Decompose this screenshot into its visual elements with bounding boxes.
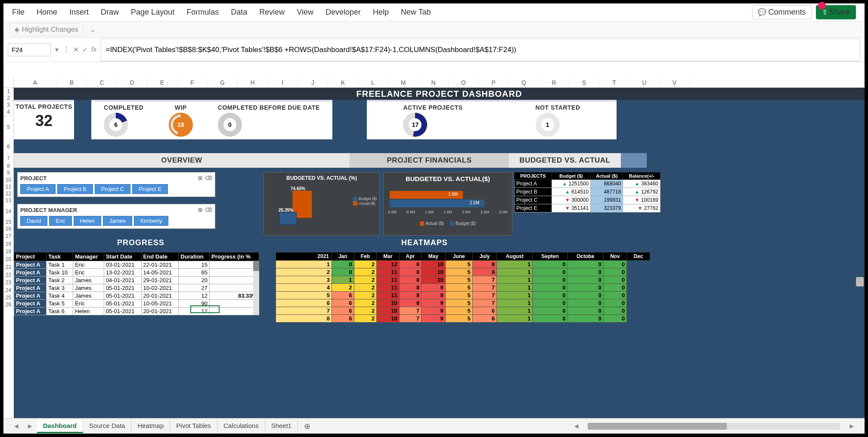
slicer-item[interactable]: Project A xyxy=(20,184,56,194)
slicer-item[interactable]: David xyxy=(20,216,47,226)
col-header[interactable]: N xyxy=(418,77,449,87)
row-header[interactable]: 23 xyxy=(3,279,14,286)
row-header[interactable]: 24 xyxy=(3,286,14,294)
slicer-item[interactable]: Project B xyxy=(57,184,93,194)
row-header[interactable]: 10 xyxy=(3,176,14,183)
row-header[interactable]: 20 xyxy=(3,255,14,263)
col-header[interactable]: L xyxy=(358,77,388,87)
dropdown-icon[interactable]: ⌄ xyxy=(90,25,96,34)
col-header[interactable]: G xyxy=(208,77,238,87)
scroll-right-icon[interactable]: ► xyxy=(845,422,859,430)
slicer-item[interactable]: Kimberly xyxy=(134,216,169,226)
col-header[interactable]: J xyxy=(298,77,328,87)
name-box-dropdown-icon[interactable]: ▾ xyxy=(55,46,59,54)
row-header[interactable]: 21 xyxy=(3,263,14,271)
col-header[interactable]: H xyxy=(238,77,268,87)
tab-data[interactable]: Data xyxy=(231,8,247,17)
tab-home[interactable]: Home xyxy=(37,8,57,17)
col-header[interactable]: I xyxy=(268,77,298,87)
tab-draw[interactable]: Draw xyxy=(101,8,119,17)
slicer-item[interactable]: James xyxy=(103,216,132,226)
sheet-tab[interactable]: Sheet1 xyxy=(265,419,298,433)
tab-help[interactable]: Help xyxy=(373,8,389,17)
nav-prev-icon[interactable]: ◄ xyxy=(9,422,23,430)
col-header[interactable]: P xyxy=(479,77,509,87)
chart-budget-pct[interactable]: BUDGETED VS. ACTUAL (%) 74.65% 25.35% Bu… xyxy=(264,172,380,236)
row-header[interactable]: 8 xyxy=(3,163,14,169)
col-header[interactable]: E xyxy=(147,77,177,87)
horizontal-scrollbar[interactable] xyxy=(588,423,841,430)
row-header[interactable]: 22 xyxy=(3,271,14,279)
sheet-tab[interactable]: Source Data xyxy=(83,419,131,433)
multiselect-icon[interactable]: ⊞ xyxy=(198,175,202,182)
tab-review[interactable]: Review xyxy=(259,8,285,17)
row-header[interactable]: 15 xyxy=(3,218,14,225)
row-header[interactable]: 16 xyxy=(3,225,14,232)
tab-formulas[interactable]: Formulas xyxy=(186,8,219,17)
tab-budgeted[interactable]: BUDGETED VS. ACTUAL xyxy=(509,153,621,168)
col-header[interactable]: O xyxy=(449,77,479,87)
formula-accept-icon[interactable]: ✓ xyxy=(82,46,88,54)
tab-page-layout[interactable]: Page Layout xyxy=(131,8,174,17)
add-sheet-button[interactable]: ⊕ xyxy=(298,422,316,431)
highlight-changes-button[interactable]: ◈ Highlight Changes xyxy=(9,23,83,36)
row-header[interactable]: 19 xyxy=(3,248,14,255)
row-header[interactable]: 4 xyxy=(3,108,14,115)
chart-budget-dollar[interactable]: BUDGETED VS. ACTUAL($) 1.9M 2.5M 0.0M0.5… xyxy=(383,172,512,236)
formula-input[interactable] xyxy=(101,39,860,61)
comments-button[interactable]: 💬 Comments xyxy=(752,5,811,19)
col-header[interactable]: V xyxy=(660,77,690,87)
col-header[interactable]: S xyxy=(569,77,599,87)
col-header[interactable]: F xyxy=(177,77,208,87)
col-header[interactable]: M xyxy=(388,77,418,87)
row-header[interactable]: 13 xyxy=(3,197,14,204)
slicer-project[interactable]: PROJECT ⊞⌫ Project AProject BProject CPr… xyxy=(17,172,215,197)
row-header[interactable]: 14 xyxy=(3,204,14,218)
row-header[interactable]: 18 xyxy=(3,240,14,248)
row-header[interactable]: 9 xyxy=(3,169,14,176)
row-header[interactable]: 5 xyxy=(3,115,14,139)
name-box[interactable] xyxy=(8,43,51,56)
tab-developer[interactable]: Developer xyxy=(326,8,361,17)
tab-file[interactable]: File xyxy=(12,8,25,17)
worksheet-canvas[interactable]: FREELANCE PROJECT DASHBOARD TOTAL PROJEC… xyxy=(14,88,865,418)
tab-new-tab[interactable]: New Tab xyxy=(401,8,431,17)
col-header[interactable]: R xyxy=(539,77,569,87)
col-header[interactable]: C xyxy=(87,77,117,87)
row-header[interactable]: 25 xyxy=(3,294,14,301)
vertical-scrollbar[interactable] xyxy=(856,277,864,286)
multiselect-icon[interactable]: ⊞ xyxy=(198,207,202,213)
slicer-item[interactable]: Helen xyxy=(74,216,101,226)
row-header[interactable]: 3 xyxy=(3,102,14,108)
row-header[interactable]: 11 xyxy=(3,183,14,190)
clear-filter-icon[interactable]: ⌫ xyxy=(205,175,212,182)
tab-overview[interactable]: OVERVIEW xyxy=(14,153,350,168)
sheet-tab[interactable]: Heatmap xyxy=(131,419,170,433)
spreadsheet-grid[interactable]: ABCDEFGHIJKLMNOPQRSTUV 12345678910111213… xyxy=(3,77,865,418)
col-header[interactable]: U xyxy=(629,77,660,87)
row-header[interactable]: 2 xyxy=(3,95,14,102)
slicer-item[interactable]: Eric xyxy=(49,216,71,226)
col-header[interactable]: T xyxy=(599,77,629,87)
scroll-left-icon[interactable]: ◄ xyxy=(570,422,583,430)
slicer-item[interactable]: Project E xyxy=(132,184,168,194)
slicer-item[interactable]: Project C xyxy=(95,184,130,194)
row-header[interactable]: 7 xyxy=(3,154,14,163)
clear-filter-icon[interactable]: ⌫ xyxy=(205,207,212,213)
col-header[interactable]: Q xyxy=(509,77,539,87)
row-header[interactable]: 17 xyxy=(3,232,14,240)
row-header[interactable]: 6 xyxy=(3,139,14,154)
nav-next-icon[interactable]: ► xyxy=(23,422,37,430)
sheet-tab[interactable]: Pivot Tables xyxy=(170,419,217,433)
row-header[interactable]: 1 xyxy=(3,88,14,95)
col-header[interactable]: K xyxy=(328,77,358,87)
row-header[interactable]: 26 xyxy=(3,301,14,308)
tab-financials[interactable]: PROJECT FINANCIALS xyxy=(350,153,509,168)
sheet-tab[interactable]: Dashboard xyxy=(37,419,83,433)
col-header[interactable]: D xyxy=(117,77,147,87)
row-header[interactable]: 12 xyxy=(3,190,14,197)
formula-cancel-icon[interactable]: ✕ xyxy=(73,46,79,54)
fx-icon[interactable]: fx xyxy=(91,46,96,54)
col-header[interactable]: B xyxy=(57,77,87,87)
progress-scrollbar[interactable] xyxy=(253,261,259,315)
